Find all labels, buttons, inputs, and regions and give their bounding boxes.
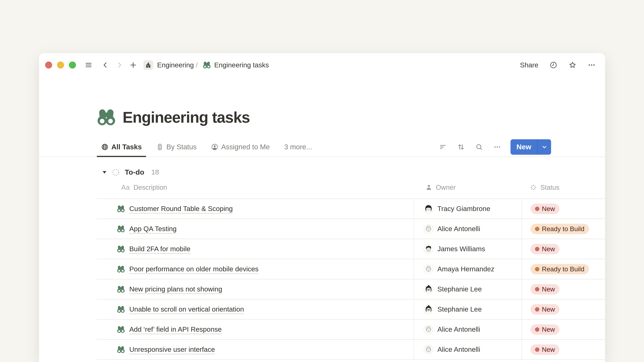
owner-name: Alice Antonelli (438, 225, 480, 233)
owner-cell[interactable]: Tracy Giambrone (414, 199, 522, 219)
status-cell[interactable]: New (522, 239, 605, 259)
page-binoculars-icon[interactable] (97, 108, 116, 127)
binoculars-icon (117, 305, 125, 313)
description-cell[interactable]: Poor performance on older mobile devices (97, 259, 414, 279)
status-badge[interactable]: New (530, 244, 560, 254)
status-badge[interactable]: New (530, 345, 560, 355)
column-header-description[interactable]: Aa Description (97, 184, 414, 191)
owner-cell[interactable]: Stephanie Lee (414, 300, 522, 319)
tab-by-status[interactable]: By Status (152, 137, 201, 157)
status-dot-icon (535, 207, 539, 211)
status-badge[interactable]: New (530, 324, 560, 335)
owner-cell[interactable]: Alice Antonelli (414, 219, 522, 239)
new-button-label[interactable]: New (510, 139, 537, 155)
forward-icon[interactable] (116, 61, 123, 69)
description-cell[interactable]: Build 2FA for mobile (97, 239, 414, 259)
sidebar-menu-icon[interactable] (85, 61, 92, 69)
table-row[interactable]: New pricing plans not showing Stephanie … (97, 279, 605, 300)
status-badge[interactable]: Ready to Build (530, 224, 589, 234)
avatar (424, 325, 433, 334)
globe-icon (101, 143, 108, 151)
favorite-star-icon[interactable] (568, 61, 576, 69)
owner-cell[interactable]: Alice Antonelli (414, 340, 522, 359)
description-cell[interactable]: Add ‘ref’ field in API Response (97, 320, 414, 339)
new-page-icon[interactable] (129, 61, 137, 69)
description-cell[interactable]: Unable to scroll on vertical orientation (97, 300, 414, 319)
tab-3-more[interactable]: 3 more... (280, 137, 316, 157)
avatar (424, 305, 433, 314)
chevron-down-icon[interactable] (538, 139, 551, 155)
status-label: Ready to Build (542, 266, 584, 273)
owner-cell[interactable]: Amaya Hernandez (414, 259, 522, 279)
status-cell[interactable]: New (522, 320, 605, 339)
traffic-lights (45, 61, 76, 68)
status-label: New (542, 286, 555, 293)
status-cell[interactable]: New (522, 199, 605, 219)
status-cell[interactable]: New (522, 340, 605, 359)
table-row[interactable]: App QA Testing Alice Antonelli Ready to … (97, 219, 605, 239)
view-more-icon[interactable] (494, 143, 501, 151)
binoculars-icon (117, 285, 125, 293)
description-cell[interactable]: Customer Round Table & Scoping (97, 199, 414, 219)
status-cell[interactable]: Ready to Build (522, 259, 605, 279)
column-header-owner[interactable]: Owner (414, 184, 522, 191)
text-property-icon: Aa (121, 184, 130, 191)
owner-cell[interactable]: Stephanie Lee (414, 279, 522, 299)
status-cell[interactable]: New (522, 279, 605, 299)
status-badge[interactable]: New (530, 304, 560, 315)
task-title[interactable]: Add ‘ref’ field in API Response (129, 326, 222, 333)
task-title[interactable]: Build 2FA for mobile (129, 245, 190, 253)
table-row[interactable]: Unable to scroll on vertical orientation… (97, 300, 605, 320)
table-row[interactable]: Add ‘ref’ field in API Response Alice An… (97, 320, 605, 340)
column-header-status[interactable]: Status (522, 184, 605, 191)
more-options-icon[interactable] (588, 61, 596, 69)
table-row[interactable]: Unresponsive user interface Alice Antone… (97, 340, 605, 360)
description-cell[interactable]: New pricing plans not showing (97, 279, 414, 299)
tab-assigned-to-me[interactable]: Assigned to Me (206, 137, 274, 157)
share-button[interactable]: Share (520, 61, 538, 69)
workspace-icon[interactable] (144, 60, 153, 70)
status-badge[interactable]: New (530, 284, 560, 295)
group-count: 18 (151, 168, 159, 176)
new-button[interactable]: New (510, 139, 551, 155)
tab-all-tasks[interactable]: All Tasks (97, 137, 146, 157)
breadcrumb-workspace[interactable]: Engineering (157, 61, 194, 69)
description-cell[interactable]: Unresponsive user interface (97, 340, 414, 359)
binoculars-icon (117, 205, 125, 213)
owner-cell[interactable]: Alice Antonelli (414, 320, 522, 339)
back-icon[interactable] (102, 61, 109, 69)
binoculars-icon (203, 61, 211, 69)
table-row[interactable]: Build 2FA for mobile James Williams New (97, 239, 605, 259)
task-title[interactable]: Poor performance on older mobile devices (129, 265, 258, 273)
description-cell[interactable]: App QA Testing (97, 219, 414, 239)
history-clock-icon[interactable] (550, 61, 558, 69)
status-label: New (542, 346, 555, 353)
search-icon[interactable] (475, 143, 483, 151)
sort-icon[interactable] (457, 143, 465, 151)
group-name[interactable]: To-do (125, 168, 144, 176)
person-icon (426, 184, 432, 191)
status-dot-icon (535, 348, 539, 352)
status-cell[interactable]: Ready to Build (522, 219, 605, 239)
status-cell[interactable]: New (522, 300, 605, 319)
filter-icon[interactable] (439, 143, 447, 151)
owner-cell[interactable]: James Williams (414, 239, 522, 259)
task-title[interactable]: Unable to scroll on vertical orientation (129, 305, 244, 313)
status-badge[interactable]: New (530, 204, 560, 214)
task-title[interactable]: App QA Testing (129, 225, 176, 233)
task-title[interactable]: Customer Round Table & Scoping (129, 205, 233, 213)
task-title[interactable]: New pricing plans not showing (129, 285, 222, 293)
breadcrumb-page[interactable]: Engineering tasks (214, 61, 269, 69)
status-badge[interactable]: Ready to Build (530, 264, 589, 274)
task-title[interactable]: Unresponsive user interface (129, 346, 215, 354)
zoom-window-button[interactable] (69, 61, 76, 68)
avatar (424, 264, 433, 274)
table-row[interactable]: Customer Round Table & Scoping Tracy Gia… (97, 199, 605, 219)
minimize-window-button[interactable] (57, 61, 64, 68)
close-window-button[interactable] (45, 61, 52, 68)
table-header-row: Aa Description Owner Status (97, 176, 605, 198)
table-row[interactable]: Poor performance on older mobile devices… (97, 259, 605, 279)
window-topbar: Engineering / Engineering tasks Share (39, 53, 605, 77)
binoculars-icon (117, 265, 125, 273)
group-toggle-icon[interactable] (102, 169, 107, 175)
